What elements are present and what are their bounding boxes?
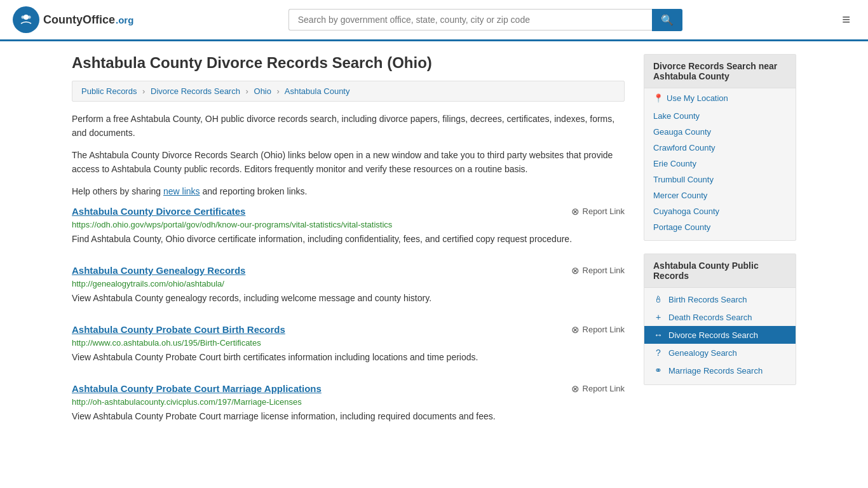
record-url-2[interactable]: http://www.co.ashtabula.oh.us/195/Birth-… <box>72 338 625 348</box>
site-header: CountyOffice.org 🔍 ≡ <box>0 0 868 41</box>
pub-rec-icon-4: ⚭ <box>653 365 663 376</box>
use-my-location[interactable]: 📍 Use My Location <box>653 93 787 103</box>
description-para3: Help others by sharing new links and rep… <box>72 184 625 198</box>
pub-rec-2[interactable]: ↔Divorce Records Search <box>644 326 796 344</box>
nearby-county-7[interactable]: Portage County <box>644 219 796 235</box>
record-desc-3: View Ashtabula County Probate Court marr… <box>72 410 625 423</box>
breadcrumb-ohio[interactable]: Ohio <box>254 86 271 96</box>
nearby-county-4[interactable]: Trumbull County <box>644 172 796 187</box>
record-item-3: Ashtabula County Probate Court Marriage … <box>72 383 625 427</box>
desc-para3-prefix: Help others by sharing <box>72 186 163 196</box>
svg-point-3 <box>28 16 31 19</box>
pub-rec-label-3: Genealogy Search <box>668 348 737 358</box>
breadcrumb-sep-1: › <box>142 86 145 96</box>
record-desc-0: Find Ashtabula County, Ohio divorce cert… <box>72 233 625 246</box>
report-icon-1: ⊗ <box>571 265 580 276</box>
search-button[interactable]: 🔍 <box>652 9 682 31</box>
pub-rec-4[interactable]: ⚭Marriage Records Search <box>644 362 796 379</box>
record-item-0: Ashtabula County Divorce Certificates ⊗ … <box>72 206 625 250</box>
new-links-link[interactable]: new links <box>163 186 200 196</box>
report-label-1: Report Link <box>583 266 625 275</box>
record-title-3[interactable]: Ashtabula County Probate Court Marriage … <box>72 383 322 394</box>
location-row: 📍 Use My Location <box>644 88 796 105</box>
pub-rec-3[interactable]: ?Genealogy Search <box>644 344 796 362</box>
logo-area[interactable]: CountyOffice.org <box>13 6 133 33</box>
public-records-box: Ashtabula County Public Records 🕯Birth R… <box>644 254 796 385</box>
breadcrumb-public-records[interactable]: Public Records <box>81 86 137 96</box>
breadcrumb-ashtabula[interactable]: Ashtabula County <box>285 86 350 96</box>
public-records-box-title: Ashtabula County Public Records <box>644 254 796 288</box>
public-records-list: 🕯Birth Records Search+Death Records Sear… <box>644 288 796 384</box>
report-label-2: Report Link <box>583 325 625 334</box>
nearby-county-5[interactable]: Mercer County <box>644 187 796 203</box>
record-desc-2: View Ashtabula County Probate Court birt… <box>72 351 625 364</box>
record-title-0[interactable]: Ashtabula County Divorce Certificates <box>72 206 245 217</box>
report-link-btn-2[interactable]: ⊗ Report Link <box>571 324 625 336</box>
pin-icon: 📍 <box>653 93 663 103</box>
report-label-0: Report Link <box>583 207 625 216</box>
report-label-3: Report Link <box>583 384 625 393</box>
report-icon-0: ⊗ <box>571 206 580 217</box>
pub-rec-1[interactable]: +Death Records Search <box>644 308 796 326</box>
record-title-2[interactable]: Ashtabula County Probate Court Birth Rec… <box>72 324 285 335</box>
breadcrumb-sep-2: › <box>246 86 248 96</box>
breadcrumb: Public Records › Divorce Records Search … <box>72 81 625 102</box>
pub-rec-icon-0: 🕯 <box>653 294 663 304</box>
hamburger-icon: ≡ <box>842 11 850 27</box>
pub-rec-label-2: Divorce Records Search <box>668 330 758 340</box>
record-item-2: Ashtabula County Probate Court Birth Rec… <box>72 324 625 368</box>
report-icon-3: ⊗ <box>571 383 580 395</box>
desc-para3-suffix: and reporting broken links. <box>200 186 308 196</box>
records-list: Ashtabula County Divorce Certificates ⊗ … <box>72 206 625 427</box>
record-title-1[interactable]: Ashtabula County Genealogy Records <box>72 265 245 276</box>
pub-rec-icon-1: + <box>653 312 663 322</box>
logo-text: CountyOffice <box>43 13 115 27</box>
report-link-btn-0[interactable]: ⊗ Report Link <box>571 206 625 217</box>
search-icon: 🔍 <box>661 15 674 25</box>
nearby-county-0[interactable]: Lake County <box>644 108 796 124</box>
main-content: Ashtabula County Divorce Records Search … <box>72 54 625 442</box>
pub-rec-label-0: Birth Records Search <box>668 295 747 304</box>
svg-point-2 <box>22 16 25 19</box>
record-url-3[interactable]: http://oh-ashtabulacounty.civicplus.com/… <box>72 397 625 407</box>
pub-rec-label-4: Marriage Records Search <box>668 366 763 376</box>
record-url-1[interactable]: http://genealogytrails.com/ohio/ashtabul… <box>72 279 625 288</box>
nearby-county-3[interactable]: Erie County <box>644 156 796 172</box>
search-input[interactable] <box>288 9 652 30</box>
pub-rec-icon-3: ? <box>653 348 663 358</box>
nearby-county-1[interactable]: Geauga County <box>644 124 796 140</box>
pub-rec-0[interactable]: 🕯Birth Records Search <box>644 290 796 308</box>
nearby-county-list: Lake CountyGeauga CountyCrawford CountyE… <box>644 105 796 240</box>
breadcrumb-sep-3: › <box>277 86 280 96</box>
search-area: 🔍 <box>288 9 682 31</box>
nearby-box: Divorce Records Search near Ashtabula Co… <box>644 54 796 241</box>
logo-org: .org <box>116 15 133 25</box>
menu-button[interactable]: ≡ <box>837 9 855 30</box>
description-para1: Perform a free Ashtabula County, OH publ… <box>72 112 625 140</box>
record-item-1: Ashtabula County Genealogy Records ⊗ Rep… <box>72 265 625 309</box>
nearby-county-6[interactable]: Cuyahoga County <box>644 203 796 219</box>
nearby-county-2[interactable]: Crawford County <box>644 140 796 156</box>
report-link-btn-3[interactable]: ⊗ Report Link <box>571 383 625 395</box>
nearby-box-title: Divorce Records Search near Ashtabula Co… <box>644 55 796 88</box>
sidebar: Divorce Records Search near Ashtabula Co… <box>644 54 796 442</box>
report-icon-2: ⊗ <box>571 324 580 336</box>
page-title: Ashtabula County Divorce Records Search … <box>72 54 625 72</box>
record-desc-1: View Ashtabula County genealogy records,… <box>72 292 625 305</box>
logo-icon <box>13 6 39 33</box>
use-location-label: Use My Location <box>667 93 728 103</box>
breadcrumb-divorce-records[interactable]: Divorce Records Search <box>151 86 240 96</box>
record-url-0[interactable]: https://odh.ohio.gov/wps/portal/gov/odh/… <box>72 220 625 229</box>
pub-rec-label-1: Death Records Search <box>668 313 752 322</box>
report-link-btn-1[interactable]: ⊗ Report Link <box>571 265 625 276</box>
description-para2: The Ashtabula County Divorce Records Sea… <box>72 148 625 177</box>
pub-rec-icon-2: ↔ <box>653 330 663 340</box>
